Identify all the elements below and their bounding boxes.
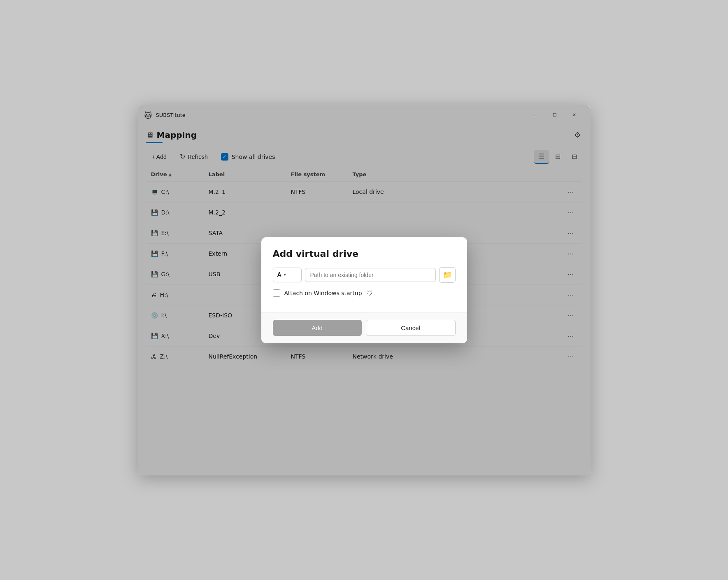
dialog-body: Add virtual drive A ▾ 📁 Attach on Window… bbox=[261, 237, 467, 309]
dialog-title: Add virtual drive bbox=[273, 249, 456, 259]
add-confirm-button[interactable]: Add bbox=[273, 320, 362, 336]
dialog-footer: Add Cancel bbox=[261, 312, 467, 343]
drive-input-row: A ▾ 📁 bbox=[273, 267, 456, 283]
modal-overlay: Add virtual drive A ▾ 📁 Attach on Window… bbox=[138, 105, 591, 475]
chevron-down-icon: ▾ bbox=[284, 273, 286, 277]
startup-row: Attach on Windows startup 🛡 bbox=[273, 289, 456, 297]
main-window: 🐱 SUBSTitute — ☐ ✕ 🖥 Mapping ⚙ + Add ↻ R… bbox=[138, 105, 591, 475]
drive-letter-select[interactable]: A ▾ bbox=[273, 268, 302, 282]
startup-checkbox[interactable] bbox=[273, 289, 280, 297]
folder-icon: 📁 bbox=[443, 270, 452, 280]
add-virtual-drive-dialog: Add virtual drive A ▾ 📁 Attach on Window… bbox=[261, 237, 467, 343]
shield-icon: 🛡 bbox=[366, 289, 373, 297]
browse-folder-button[interactable]: 📁 bbox=[439, 267, 456, 283]
cancel-button[interactable]: Cancel bbox=[366, 320, 456, 336]
drive-letter-value: A bbox=[277, 271, 281, 279]
path-input[interactable] bbox=[305, 268, 436, 282]
startup-label: Attach on Windows startup bbox=[284, 290, 362, 296]
